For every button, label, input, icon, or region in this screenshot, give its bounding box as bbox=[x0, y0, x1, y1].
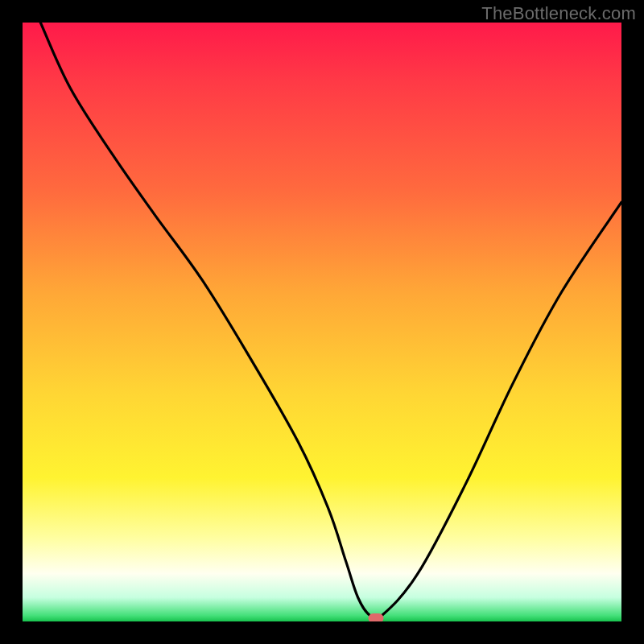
plot-area bbox=[23, 23, 621, 621]
optimum-marker bbox=[368, 613, 383, 621]
watermark-text: TheBottleneck.com bbox=[481, 3, 636, 24]
bottleneck-curve bbox=[23, 23, 621, 621]
chart-frame: TheBottleneck.com bbox=[0, 0, 644, 644]
